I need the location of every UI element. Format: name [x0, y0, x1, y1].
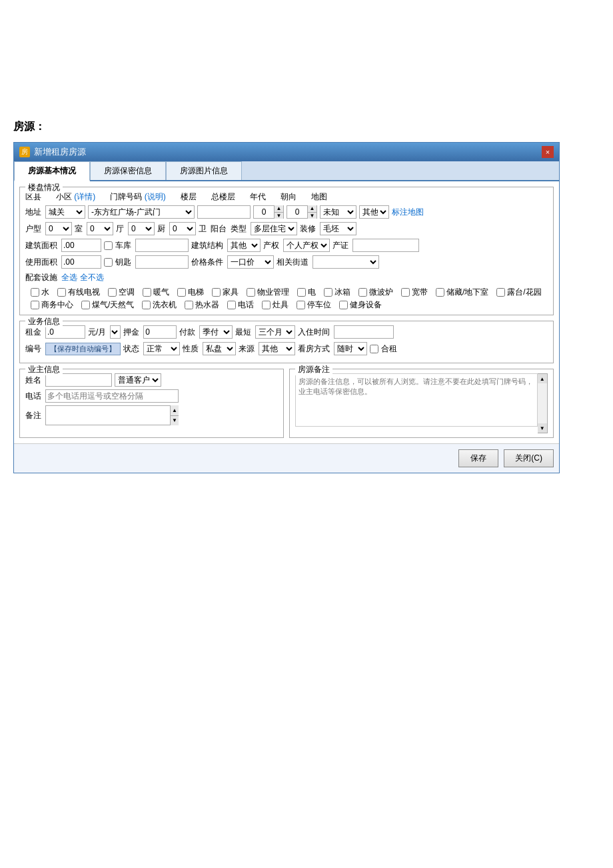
- facility-broadband-checkbox[interactable]: [401, 288, 410, 297]
- owner-name-label: 姓名: [25, 375, 41, 386]
- facility-electricity-checkbox[interactable]: [297, 288, 306, 297]
- facility-phone-checkbox[interactable]: [227, 301, 236, 309]
- type-label: 类型: [231, 223, 247, 235]
- notes-up-btn[interactable]: ▲: [171, 405, 179, 415]
- select-all-link[interactable]: 全选: [61, 272, 77, 283]
- min-period-select[interactable]: 三个月: [255, 325, 295, 339]
- structure-select[interactable]: 其他: [227, 239, 261, 252]
- district-select[interactable]: 城关: [45, 205, 85, 219]
- floor-down-btn[interactable]: ▼: [275, 213, 283, 219]
- rent-input[interactable]: [45, 325, 85, 339]
- facility-ac-checkbox[interactable]: [108, 288, 117, 297]
- facility-heating-checkbox[interactable]: [143, 288, 151, 297]
- kitchen-count-select[interactable]: 0: [128, 222, 155, 235]
- community-select[interactable]: -东方红广场-广武门: [88, 205, 195, 219]
- save-button[interactable]: 保存: [458, 449, 498, 467]
- rent-unit-select[interactable]: [110, 325, 121, 339]
- facility-storage-checkbox[interactable]: [436, 288, 444, 297]
- facility-heating-label: 暖气: [153, 287, 169, 298]
- notes-down-btn[interactable]: ▼: [171, 415, 179, 426]
- build-area-checkbox[interactable]: [104, 241, 113, 250]
- customer-type-select[interactable]: 普通客户: [115, 373, 161, 387]
- viewing-select[interactable]: 随时: [334, 342, 367, 355]
- textarea-scrollbar: ▲ ▼: [538, 373, 548, 433]
- deselect-all-link[interactable]: 全不选: [80, 272, 104, 283]
- facility-property-mgmt-checkbox[interactable]: [247, 288, 255, 297]
- door-number-input[interactable]: [197, 205, 251, 219]
- facility-water-heater: 热水器: [185, 299, 219, 311]
- price-select[interactable]: 一口价: [227, 255, 274, 269]
- facility-gas-checkbox[interactable]: [81, 301, 90, 309]
- facility-cable-tv-checkbox[interactable]: [57, 288, 66, 297]
- property-select[interactable]: 个人产权: [283, 239, 330, 252]
- door-number-link[interactable]: (说明): [145, 192, 166, 201]
- hall-count-select[interactable]: 0: [87, 222, 113, 235]
- status-select[interactable]: 正常: [143, 342, 180, 355]
- close-button[interactable]: 关闭(C): [504, 449, 554, 467]
- build-area-input[interactable]: [61, 239, 101, 252]
- floor-input[interactable]: [254, 206, 274, 218]
- facility-cooker-checkbox[interactable]: [262, 301, 271, 309]
- tab-basic[interactable]: 房源基本情况: [14, 161, 90, 181]
- tab-password[interactable]: 房源保密信息: [90, 161, 166, 180]
- dialog-close-button[interactable]: ×: [542, 146, 554, 158]
- deposit-input[interactable]: [143, 325, 177, 339]
- facility-microwave-checkbox[interactable]: [358, 288, 367, 297]
- facility-garden-checkbox[interactable]: [496, 288, 505, 297]
- room-type-select[interactable]: 0: [45, 222, 72, 235]
- structure-label: 建筑结构: [191, 240, 223, 251]
- total-floor-up-btn[interactable]: ▲: [308, 205, 316, 213]
- use-area-input[interactable]: [61, 255, 101, 269]
- type-select[interactable]: 多层住宅: [251, 222, 297, 235]
- notes-scroll-up[interactable]: ▲: [538, 374, 547, 383]
- bathroom-count-select[interactable]: 0: [169, 222, 196, 235]
- total-floor-down-btn[interactable]: ▼: [308, 213, 316, 219]
- nature-select[interactable]: 私盘: [203, 342, 236, 355]
- facility-furniture-checkbox[interactable]: [212, 288, 221, 297]
- facility-elevator-checkbox[interactable]: [177, 288, 186, 297]
- facility-fridge-checkbox[interactable]: [324, 288, 332, 297]
- year-header: 年代: [250, 191, 266, 203]
- facility-fitness-checkbox[interactable]: [339, 301, 348, 309]
- min-period-label: 最短: [235, 327, 251, 338]
- facility-ac-label: 空调: [119, 287, 135, 298]
- facility-storage: 储藏/地下室: [436, 287, 488, 298]
- facility-storage-label: 储藏/地下室: [446, 287, 488, 298]
- facility-parking: 停车位: [297, 299, 331, 311]
- build-area-row: 建筑面积 车库 建筑结构 其他 产权 个人产权 产证: [25, 239, 548, 252]
- facility-washer-checkbox[interactable]: [142, 301, 151, 309]
- map-annotation-link[interactable]: 标注地图: [392, 207, 424, 218]
- facility-parking-checkbox[interactable]: [297, 301, 305, 309]
- floor-up-btn[interactable]: ▲: [275, 205, 283, 213]
- orientation-select[interactable]: 其他: [359, 205, 389, 219]
- key-input[interactable]: [135, 255, 189, 269]
- co-rent-checkbox[interactable]: [370, 345, 378, 353]
- year-select[interactable]: 未知: [320, 205, 356, 219]
- total-floor-input[interactable]: [287, 206, 307, 218]
- source-select[interactable]: 其他: [259, 342, 295, 355]
- facility-broadband: 宽带: [401, 287, 428, 298]
- owner-notes-input[interactable]: [45, 405, 179, 425]
- checkin-input[interactable]: [334, 325, 394, 339]
- community-detail-link[interactable]: (详情): [74, 192, 95, 201]
- garage-label: 车库: [115, 240, 131, 251]
- facilities-header-row: 配套设施 全选 全不选: [25, 272, 548, 283]
- facility-business-center-checkbox[interactable]: [31, 301, 39, 309]
- facility-electricity: 电: [297, 287, 316, 298]
- use-area-checkbox[interactable]: [104, 258, 113, 267]
- owner-name-input[interactable]: [45, 373, 112, 387]
- balcony-label: 阳台: [211, 223, 227, 235]
- street-select[interactable]: [312, 255, 379, 269]
- rent-label: 租金: [25, 327, 41, 338]
- decoration-select[interactable]: 毛坯: [320, 222, 356, 235]
- notes-scroll-down[interactable]: ▼: [538, 423, 547, 433]
- garage-input[interactable]: [135, 239, 189, 252]
- payment-select[interactable]: 季付: [199, 325, 233, 339]
- certificate-input[interactable]: [352, 239, 419, 252]
- facility-water-checkbox[interactable]: [31, 288, 39, 297]
- facility-business-center-label: 商务中心: [41, 299, 73, 311]
- property-notes-textarea[interactable]: [295, 373, 538, 427]
- tab-photos[interactable]: 房源图片信息: [166, 161, 242, 180]
- owner-phone-input[interactable]: [45, 389, 179, 403]
- facility-water-heater-checkbox[interactable]: [185, 301, 193, 309]
